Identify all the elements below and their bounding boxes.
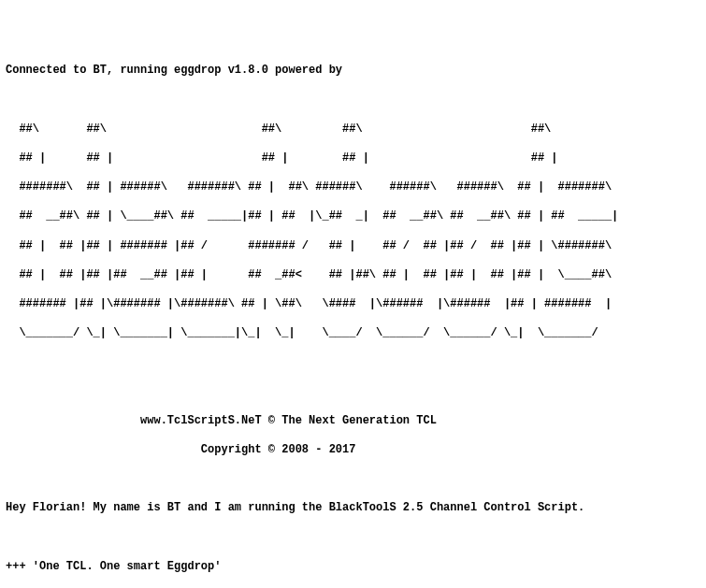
tagline: +++ 'One TCL. One smart Eggdrop' — [6, 560, 706, 575]
ascii-banner-3: #######\ ## | ######\ #######\ ## | ##\ … — [6, 180, 706, 195]
terminal-blank — [6, 355, 706, 370]
ascii-banner-7: ####### |## |\####### |\#######\ ## | \#… — [6, 297, 706, 312]
ascii-banner-4: ## __##\ ## | \____##\ ## _____|## | ## … — [6, 209, 706, 224]
ascii-banner-5: ## | ## |## | ####### |## / ####### / ##… — [6, 239, 706, 254]
ascii-banner-2: ## | ## | ## | ## | ## | — [6, 151, 706, 166]
ascii-banner-6: ## | ## |## |## __## |## | ## _##< ## |#… — [6, 268, 706, 283]
terminal-blank — [6, 530, 706, 545]
terminal-header: Connected to BT, running eggdrop v1.8.0 … — [6, 64, 706, 79]
greeting-line: Hey Florian! My name is BT and I am runn… — [6, 501, 706, 516]
terminal-blank — [6, 384, 706, 399]
terminal-blank — [6, 93, 706, 108]
site-label: www.TclScriptS.NeT © The Next Generation… — [6, 414, 706, 429]
copyright-label: Copyright © 2008 - 2017 — [6, 443, 706, 458]
ascii-banner-8: \_______/ \_| \_______| \_______|\_| \_|… — [6, 326, 706, 341]
ascii-banner-1: ##\ ##\ ##\ ##\ ##\ — [6, 122, 706, 137]
terminal-blank — [6, 472, 706, 487]
